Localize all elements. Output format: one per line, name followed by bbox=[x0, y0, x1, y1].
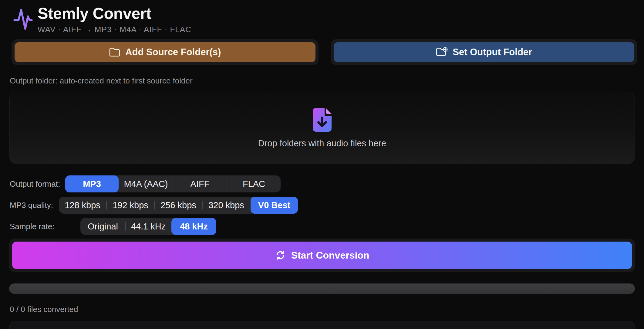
segment-flac[interactable]: FLAC bbox=[227, 175, 281, 192]
folder-icon bbox=[109, 47, 120, 57]
folder-plus-icon bbox=[436, 47, 448, 57]
file-list-panel bbox=[9, 321, 635, 329]
mp3-quality-control: 128 kbps192 kbps256 kbps320 kbpsV0 Best bbox=[59, 197, 298, 214]
header: Stemly Convert WAV · AIFF → MP3 · M4A · … bbox=[0, 0, 644, 34]
segment-m4a-aac[interactable]: M4A (AAC) bbox=[119, 175, 173, 192]
segment-128-kbps[interactable]: 128 kbps bbox=[59, 197, 106, 214]
waveform-pulse-icon bbox=[13, 6, 33, 32]
segment-original[interactable]: Original bbox=[80, 218, 125, 235]
file-download-icon bbox=[312, 107, 332, 132]
output-format-control: MP3M4A (AAC)AIFFFLAC bbox=[65, 175, 281, 192]
segment-44-1-khz[interactable]: 44.1 kHz bbox=[126, 218, 171, 235]
dropzone-label: Drop folders with audio files here bbox=[258, 138, 386, 148]
mp3-quality-row: MP3 quality: 128 kbps192 kbps256 kbps320… bbox=[10, 197, 635, 214]
add-source-label: Add Source Folder(s) bbox=[125, 47, 221, 58]
segment-v0-best[interactable]: V0 Best bbox=[251, 197, 298, 214]
segment-320-kbps[interactable]: 320 kbps bbox=[203, 197, 250, 214]
add-source-button[interactable]: Add Source Folder(s) bbox=[15, 42, 315, 62]
sync-arrows-icon bbox=[275, 250, 286, 261]
sample-rate-control: Original44.1 kHz48 kHz bbox=[80, 218, 216, 235]
sample-rate-label: Sample rate: bbox=[10, 222, 80, 231]
conversion-status: 0 / 0 files converted bbox=[10, 305, 635, 314]
segment-256-kbps[interactable]: 256 kbps bbox=[155, 197, 202, 214]
start-conversion-card: Start Conversion bbox=[9, 239, 635, 272]
set-output-button[interactable]: Set Output Folder bbox=[334, 42, 635, 62]
page-subtitle: WAV · AIFF → MP3 · M4A · AIFF · FLAC bbox=[38, 25, 191, 34]
set-output-card: Set Output Folder bbox=[331, 39, 638, 65]
output-folder-note: Output folder: auto-created next to firs… bbox=[10, 76, 635, 86]
start-conversion-button[interactable]: Start Conversion bbox=[12, 242, 632, 269]
output-format-row: Output format: MP3M4A (AAC)AIFFFLAC bbox=[10, 175, 635, 192]
add-source-card: Add Source Folder(s) bbox=[12, 39, 319, 65]
dropzone[interactable]: Drop folders with audio files here bbox=[9, 92, 635, 164]
output-format-label: Output format: bbox=[10, 179, 65, 189]
progress-bar bbox=[9, 283, 635, 294]
set-output-label: Set Output Folder bbox=[453, 47, 532, 58]
segment-mp3[interactable]: MP3 bbox=[65, 175, 119, 192]
stemly-convert-window: Stemly Convert WAV · AIFF → MP3 · M4A · … bbox=[0, 0, 644, 329]
sample-rate-row: Sample rate: Original44.1 kHz48 kHz bbox=[10, 218, 635, 235]
start-conversion-label: Start Conversion bbox=[291, 250, 369, 261]
segment-192-kbps[interactable]: 192 kbps bbox=[107, 197, 154, 214]
mp3-quality-label: MP3 quality: bbox=[10, 201, 59, 210]
header-text: Stemly Convert WAV · AIFF → MP3 · M4A · … bbox=[38, 4, 191, 34]
page-title: Stemly Convert bbox=[38, 5, 191, 22]
action-cards-row: Add Source Folder(s) Set Output Folder bbox=[12, 39, 637, 65]
segment-aiff[interactable]: AIFF bbox=[173, 175, 227, 192]
segment-48-khz[interactable]: 48 kHz bbox=[171, 218, 216, 235]
